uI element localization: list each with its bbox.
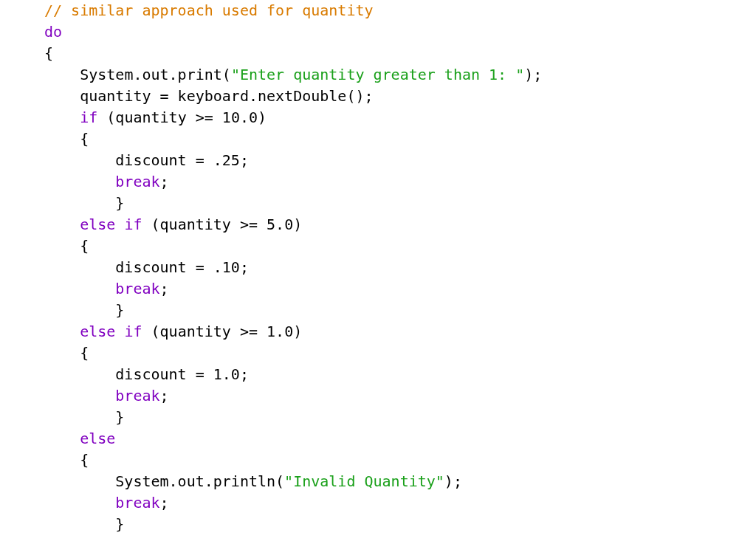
code-token-plain: } [115, 408, 124, 426]
code-token-kw: if [80, 109, 97, 126]
code-line[interactable]: { [44, 130, 89, 148]
code-token-plain: { [80, 237, 89, 255]
code-line[interactable]: } [44, 194, 124, 212]
code-line[interactable]: { [44, 237, 89, 255]
code-line[interactable]: break; [44, 494, 169, 512]
code-token-plain: ; [160, 280, 169, 297]
code-line[interactable]: do [44, 23, 62, 41]
code-line[interactable]: break; [44, 387, 169, 404]
code-token-plain: ); [444, 472, 462, 490]
code-token-str: "Invalid Quantity" [284, 472, 444, 490]
code-line[interactable]: // similar approach used for quantity [44, 1, 374, 19]
code-token-plain: discount = .10; [115, 258, 249, 276]
code-token-kw: break [115, 173, 159, 190]
code-token-str: "Enter quantity greater than 1: " [231, 66, 524, 83]
code-token-plain: System.out.print( [80, 66, 231, 83]
code-token-kw: else if [80, 323, 142, 340]
code-token-plain: } [115, 515, 124, 533]
code-line[interactable]: discount = .25; [44, 151, 249, 169]
code-token-plain: ); [524, 66, 542, 83]
code-token-plain: quantity = keyboard.nextDouble(); [80, 87, 373, 105]
code-line[interactable]: } [44, 408, 124, 426]
code-token-plain: discount = .25; [115, 151, 249, 169]
code-token-com: // similar approach used for quantity [44, 1, 374, 19]
code-line[interactable]: quantity = keyboard.nextDouble(); [44, 87, 374, 105]
code-token-plain: System.out.println( [115, 472, 284, 490]
code-token-plain: { [44, 44, 53, 62]
code-token-plain: (quantity >= 10.0) [97, 109, 267, 126]
code-line[interactable]: System.out.println("Invalid Quantity"); [44, 472, 462, 490]
code-token-plain: { [80, 344, 89, 362]
code-token-kw: do [44, 23, 62, 41]
code-token-plain: { [80, 451, 89, 469]
code-token-plain: } [115, 301, 124, 319]
code-line[interactable]: discount = .10; [44, 258, 249, 276]
code-token-kw: else if [80, 216, 142, 233]
code-token-plain: discount = 1.0; [115, 365, 249, 383]
code-line[interactable]: break; [44, 280, 169, 297]
code-block[interactable]: // similar approach used for quantity do… [44, 0, 756, 544]
code-line[interactable]: System.out.print("Enter quantity greater… [44, 66, 542, 83]
code-token-plain: (quantity >= 1.0) [142, 323, 302, 340]
code-line[interactable]: break; [44, 173, 169, 190]
code-token-plain: ; [160, 494, 169, 512]
code-token-plain: ; [160, 387, 169, 404]
code-token-plain: ; [160, 173, 169, 190]
code-line[interactable]: if (quantity >= 10.0) [44, 109, 267, 126]
code-token-plain: { [80, 130, 89, 148]
code-line[interactable]: { [44, 44, 53, 62]
code-line[interactable]: else [44, 430, 115, 447]
code-line[interactable]: { [44, 344, 89, 362]
code-line[interactable]: } [44, 301, 124, 319]
code-token-kw: else [80, 430, 115, 447]
code-token-plain: } [115, 194, 124, 212]
code-token-kw: break [115, 494, 159, 512]
code-line[interactable]: else if (quantity >= 1.0) [44, 323, 302, 340]
code-line[interactable]: discount = 1.0; [44, 365, 249, 383]
code-line[interactable]: { [44, 451, 89, 469]
code-token-kw: break [115, 280, 159, 297]
code-editor-view[interactable]: // similar approach used for quantity do… [0, 0, 756, 544]
code-line[interactable]: } [44, 515, 124, 533]
code-token-kw: break [115, 387, 159, 404]
code-line[interactable]: else if (quantity >= 5.0) [44, 216, 302, 233]
code-token-plain: (quantity >= 5.0) [142, 216, 302, 233]
